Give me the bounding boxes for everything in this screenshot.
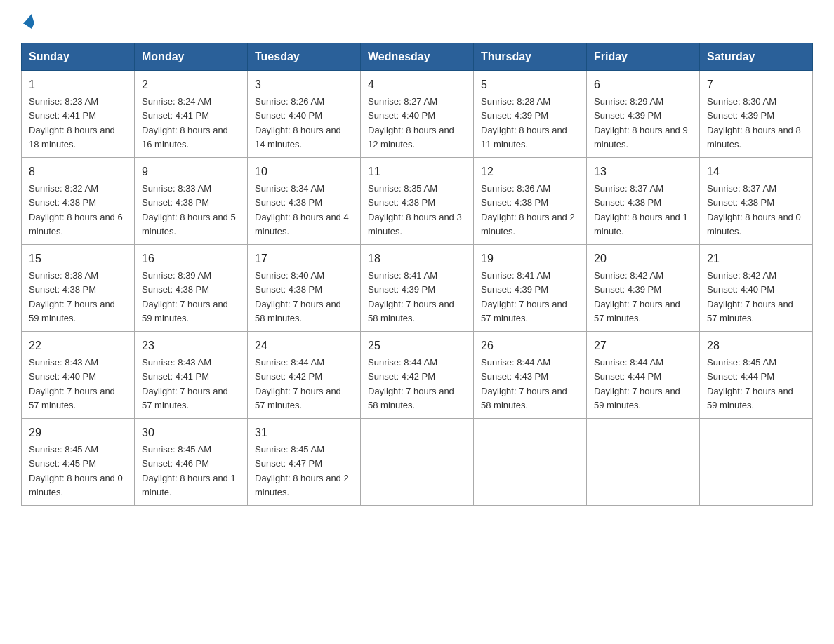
- day-number: 8: [29, 163, 127, 180]
- day-number: 13: [594, 163, 692, 180]
- day-cell: 14Sunrise: 8:37 AMSunset: 4:38 PMDayligh…: [700, 158, 813, 245]
- col-sunday: Sunday: [22, 43, 135, 71]
- day-number: 21: [707, 250, 805, 267]
- day-info: Sunrise: 8:24 AMSunset: 4:41 PMDaylight:…: [142, 96, 228, 149]
- day-info: Sunrise: 8:36 AMSunset: 4:38 PMDaylight:…: [481, 183, 575, 236]
- day-cell: 25Sunrise: 8:44 AMSunset: 4:42 PMDayligh…: [361, 332, 474, 419]
- day-info: Sunrise: 8:26 AMSunset: 4:40 PMDaylight:…: [255, 96, 341, 149]
- day-number: 28: [707, 337, 805, 354]
- day-cell: 27Sunrise: 8:44 AMSunset: 4:44 PMDayligh…: [587, 332, 700, 419]
- week-row-4: 22Sunrise: 8:43 AMSunset: 4:40 PMDayligh…: [22, 332, 813, 419]
- day-number: 25: [368, 337, 466, 354]
- day-info: Sunrise: 8:35 AMSunset: 4:38 PMDaylight:…: [368, 183, 462, 236]
- day-number: 14: [707, 163, 805, 180]
- logo: [21, 14, 34, 29]
- day-cell: 1Sunrise: 8:23 AMSunset: 4:41 PMDaylight…: [22, 71, 135, 158]
- day-info: Sunrise: 8:42 AMSunset: 4:39 PMDaylight:…: [594, 270, 680, 323]
- day-info: Sunrise: 8:33 AMSunset: 4:38 PMDaylight:…: [142, 183, 236, 236]
- day-cell: 16Sunrise: 8:39 AMSunset: 4:38 PMDayligh…: [135, 245, 248, 332]
- day-cell: 9Sunrise: 8:33 AMSunset: 4:38 PMDaylight…: [135, 158, 248, 245]
- day-cell: 19Sunrise: 8:41 AMSunset: 4:39 PMDayligh…: [474, 245, 587, 332]
- day-cell: 28Sunrise: 8:45 AMSunset: 4:44 PMDayligh…: [700, 332, 813, 419]
- day-cell: 31Sunrise: 8:45 AMSunset: 4:47 PMDayligh…: [248, 419, 361, 506]
- day-number: 10: [255, 163, 353, 180]
- day-cell: 5Sunrise: 8:28 AMSunset: 4:39 PMDaylight…: [474, 71, 587, 158]
- day-info: Sunrise: 8:44 AMSunset: 4:42 PMDaylight:…: [255, 357, 341, 410]
- day-number: 16: [142, 250, 240, 267]
- calendar-table: Sunday Monday Tuesday Wednesday Thursday…: [21, 43, 813, 506]
- day-info: Sunrise: 8:43 AMSunset: 4:41 PMDaylight:…: [142, 357, 228, 410]
- day-cell: 21Sunrise: 8:42 AMSunset: 4:40 PMDayligh…: [700, 245, 813, 332]
- col-thursday: Thursday: [474, 43, 587, 71]
- day-number: 9: [142, 163, 240, 180]
- week-row-5: 29Sunrise: 8:45 AMSunset: 4:45 PMDayligh…: [22, 419, 813, 506]
- day-number: 12: [481, 163, 579, 180]
- day-cell: 24Sunrise: 8:44 AMSunset: 4:42 PMDayligh…: [248, 332, 361, 419]
- day-info: Sunrise: 8:39 AMSunset: 4:38 PMDaylight:…: [142, 270, 228, 323]
- day-number: 26: [481, 337, 579, 354]
- day-info: Sunrise: 8:45 AMSunset: 4:45 PMDaylight:…: [29, 444, 123, 497]
- day-info: Sunrise: 8:28 AMSunset: 4:39 PMDaylight:…: [481, 96, 567, 149]
- day-cell: 20Sunrise: 8:42 AMSunset: 4:39 PMDayligh…: [587, 245, 700, 332]
- col-friday: Friday: [587, 43, 700, 71]
- day-info: Sunrise: 8:34 AMSunset: 4:38 PMDaylight:…: [255, 183, 349, 236]
- day-info: Sunrise: 8:41 AMSunset: 4:39 PMDaylight:…: [481, 270, 567, 323]
- day-number: 27: [594, 337, 692, 354]
- day-number: 2: [142, 76, 240, 93]
- day-info: Sunrise: 8:23 AMSunset: 4:41 PMDaylight:…: [29, 96, 115, 149]
- day-cell: 2Sunrise: 8:24 AMSunset: 4:41 PMDaylight…: [135, 71, 248, 158]
- day-number: 4: [368, 76, 466, 93]
- day-info: Sunrise: 8:38 AMSunset: 4:38 PMDaylight:…: [29, 270, 115, 323]
- page-header: [21, 14, 813, 29]
- day-cell: 10Sunrise: 8:34 AMSunset: 4:38 PMDayligh…: [248, 158, 361, 245]
- day-info: Sunrise: 8:45 AMSunset: 4:44 PMDaylight:…: [707, 357, 793, 410]
- day-number: 1: [29, 76, 127, 93]
- day-number: 30: [142, 424, 240, 441]
- col-wednesday: Wednesday: [361, 43, 474, 71]
- day-number: 23: [142, 337, 240, 354]
- day-info: Sunrise: 8:30 AMSunset: 4:39 PMDaylight:…: [707, 96, 801, 149]
- col-monday: Monday: [135, 43, 248, 71]
- day-number: 22: [29, 337, 127, 354]
- day-info: Sunrise: 8:44 AMSunset: 4:44 PMDaylight:…: [594, 357, 680, 410]
- day-cell: 15Sunrise: 8:38 AMSunset: 4:38 PMDayligh…: [22, 245, 135, 332]
- day-number: 31: [255, 424, 353, 441]
- day-number: 7: [707, 76, 805, 93]
- day-cell: 23Sunrise: 8:43 AMSunset: 4:41 PMDayligh…: [135, 332, 248, 419]
- day-cell: 4Sunrise: 8:27 AMSunset: 4:40 PMDaylight…: [361, 71, 474, 158]
- day-number: 18: [368, 250, 466, 267]
- day-number: 29: [29, 424, 127, 441]
- day-number: 3: [255, 76, 353, 93]
- day-info: Sunrise: 8:44 AMSunset: 4:42 PMDaylight:…: [368, 357, 454, 410]
- day-cell: 22Sunrise: 8:43 AMSunset: 4:40 PMDayligh…: [22, 332, 135, 419]
- day-info: Sunrise: 8:43 AMSunset: 4:40 PMDaylight:…: [29, 357, 115, 410]
- day-number: 20: [594, 250, 692, 267]
- week-row-3: 15Sunrise: 8:38 AMSunset: 4:38 PMDayligh…: [22, 245, 813, 332]
- day-number: 6: [594, 76, 692, 93]
- day-number: 19: [481, 250, 579, 267]
- col-saturday: Saturday: [700, 43, 813, 71]
- day-cell: 11Sunrise: 8:35 AMSunset: 4:38 PMDayligh…: [361, 158, 474, 245]
- day-info: Sunrise: 8:40 AMSunset: 4:38 PMDaylight:…: [255, 270, 341, 323]
- day-cell: [474, 419, 587, 506]
- week-row-2: 8Sunrise: 8:32 AMSunset: 4:38 PMDaylight…: [22, 158, 813, 245]
- day-number: 17: [255, 250, 353, 267]
- day-info: Sunrise: 8:29 AMSunset: 4:39 PMDaylight:…: [594, 96, 688, 149]
- day-info: Sunrise: 8:37 AMSunset: 4:38 PMDaylight:…: [594, 183, 688, 236]
- day-cell: 17Sunrise: 8:40 AMSunset: 4:38 PMDayligh…: [248, 245, 361, 332]
- day-info: Sunrise: 8:32 AMSunset: 4:38 PMDaylight:…: [29, 183, 123, 236]
- day-cell: 8Sunrise: 8:32 AMSunset: 4:38 PMDaylight…: [22, 158, 135, 245]
- header-row: Sunday Monday Tuesday Wednesday Thursday…: [22, 43, 813, 71]
- day-cell: [587, 419, 700, 506]
- day-cell: 12Sunrise: 8:36 AMSunset: 4:38 PMDayligh…: [474, 158, 587, 245]
- day-info: Sunrise: 8:37 AMSunset: 4:38 PMDaylight:…: [707, 183, 801, 236]
- day-cell: [700, 419, 813, 506]
- day-info: Sunrise: 8:45 AMSunset: 4:47 PMDaylight:…: [255, 444, 349, 497]
- day-number: 24: [255, 337, 353, 354]
- week-row-1: 1Sunrise: 8:23 AMSunset: 4:41 PMDaylight…: [22, 71, 813, 158]
- day-cell: 29Sunrise: 8:45 AMSunset: 4:45 PMDayligh…: [22, 419, 135, 506]
- day-cell: 6Sunrise: 8:29 AMSunset: 4:39 PMDaylight…: [587, 71, 700, 158]
- day-info: Sunrise: 8:44 AMSunset: 4:43 PMDaylight:…: [481, 357, 567, 410]
- day-cell: 30Sunrise: 8:45 AMSunset: 4:46 PMDayligh…: [135, 419, 248, 506]
- day-info: Sunrise: 8:42 AMSunset: 4:40 PMDaylight:…: [707, 270, 793, 323]
